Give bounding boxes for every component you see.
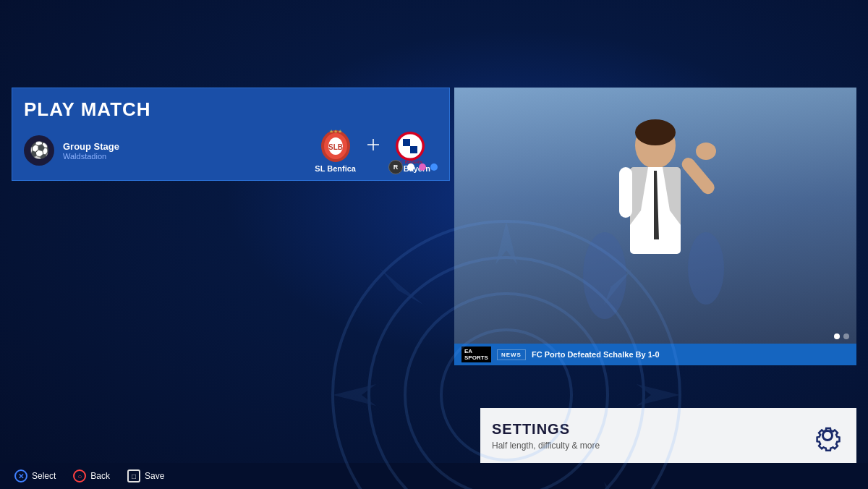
play-match-title: PLAY MATCH <box>24 98 438 121</box>
svg-rect-33 <box>410 146 417 153</box>
svg-text:★★★: ★★★ <box>329 129 342 134</box>
nav-r-indicator: R <box>388 160 403 174</box>
team-home-name: SL Benfica <box>315 164 356 173</box>
svg-point-39 <box>688 232 724 305</box>
svg-rect-47 <box>619 167 632 218</box>
match-stage: Group Stage <box>63 141 119 152</box>
svg-rect-35 <box>410 139 417 146</box>
svg-rect-46 <box>679 155 717 197</box>
x-button-icon: ✕ <box>14 469 27 482</box>
match-nav-dots: R <box>388 160 438 174</box>
nav-dot-1 <box>407 163 414 171</box>
vs-text <box>366 137 380 154</box>
video-dot-1 <box>834 333 840 339</box>
team-home-crest: SLB ★★★ <box>318 128 353 163</box>
footer-select-label: Select <box>32 471 56 481</box>
match-ball-icon: ⚽ <box>24 135 54 166</box>
svg-point-48 <box>696 143 716 160</box>
svg-rect-32 <box>403 139 410 146</box>
svg-point-0 <box>333 221 680 489</box>
square-button-icon: □ <box>127 469 140 482</box>
video-dot-2 <box>843 333 849 339</box>
settings-gear-icon <box>810 418 845 453</box>
footer-select: ✕ Select <box>14 469 56 482</box>
video-dots <box>834 333 849 339</box>
team-home-block: SLB ★★★ SL Benfica <box>315 128 356 173</box>
team-away-crest: FC BAYERN <box>393 128 427 163</box>
match-venue: Waldstadion <box>63 152 119 161</box>
svg-point-41 <box>635 119 676 145</box>
footer-back: ○ Back <box>73 469 110 482</box>
footer-save-label: Save <box>145 471 164 481</box>
footer-save: □ Save <box>127 469 164 482</box>
svg-point-3 <box>441 330 571 460</box>
nav-dot-3 <box>430 163 438 171</box>
svg-text:SLB: SLB <box>328 143 343 151</box>
svg-marker-8 <box>590 268 633 305</box>
match-stage-info: Group Stage Waldstadion <box>63 141 119 161</box>
o-button-icon: ○ <box>73 469 86 482</box>
play-match-panel[interactable]: PLAY MATCH ⚽ Group Stage Waldstadion <box>12 88 450 181</box>
svg-rect-34 <box>403 146 410 153</box>
footer-back-label: Back <box>90 471 110 481</box>
play-match-info: ⚽ Group Stage Waldstadion <box>24 128 438 173</box>
nav-dot-2 <box>419 163 426 171</box>
